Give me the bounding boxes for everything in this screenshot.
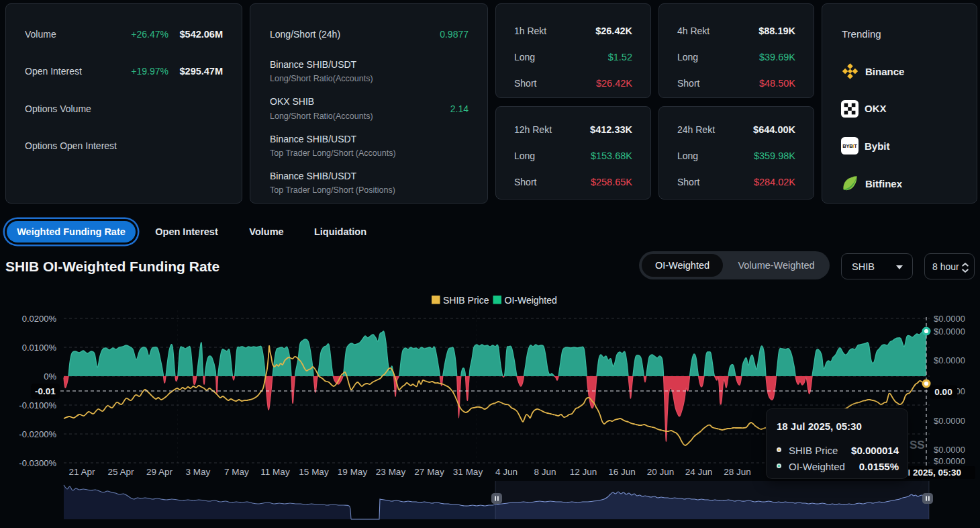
svg-text:-0.0100%: -0.0100% bbox=[19, 400, 56, 410]
svg-text:SS: SS bbox=[910, 439, 925, 451]
svg-text:27 May: 27 May bbox=[414, 467, 444, 477]
svg-text:BYBIT: BYBIT bbox=[842, 143, 857, 149]
svg-text:0.0200%: 0.0200% bbox=[22, 314, 57, 324]
svg-text:7 May: 7 May bbox=[224, 467, 249, 477]
svg-text:$0.0000: $0.0000 bbox=[934, 416, 965, 426]
svg-text:$0.0000: $0.0000 bbox=[934, 445, 965, 455]
svg-text:28 Jun: 28 Jun bbox=[724, 467, 751, 477]
svg-text:16 Jun: 16 Jun bbox=[608, 467, 636, 477]
svg-text:OI-Weighted: OI-Weighted bbox=[505, 295, 557, 306]
svg-text:15 May: 15 May bbox=[299, 467, 329, 477]
svg-text:31 May: 31 May bbox=[453, 467, 483, 477]
svg-text:$0.0000: $0.0000 bbox=[934, 456, 965, 466]
svg-text:0.00: 0.00 bbox=[934, 387, 952, 397]
svg-text:29 Apr: 29 Apr bbox=[146, 467, 173, 477]
svg-text:-0.0300%: -0.0300% bbox=[19, 458, 56, 468]
svg-text:0%: 0% bbox=[44, 371, 56, 382]
svg-text:0.0100%: 0.0100% bbox=[22, 343, 57, 353]
svg-text:23 May: 23 May bbox=[376, 467, 406, 477]
svg-text:-0.0200%: -0.0200% bbox=[19, 429, 56, 439]
svg-text:24 Jun: 24 Jun bbox=[685, 467, 713, 477]
svg-text:11 May: 11 May bbox=[260, 467, 290, 477]
svg-text:SHIB Price: SHIB Price bbox=[443, 295, 489, 306]
svg-text:19 May: 19 May bbox=[338, 467, 368, 477]
svg-text:$0.0000: $0.0000 bbox=[934, 326, 965, 337]
svg-text:8 Jun: 8 Jun bbox=[534, 467, 556, 477]
svg-text:$0.0000: $0.0000 bbox=[934, 314, 965, 324]
svg-text:25 Apr: 25 Apr bbox=[107, 467, 134, 477]
svg-text:4 Jun: 4 Jun bbox=[495, 467, 518, 477]
svg-text:21 Apr: 21 Apr bbox=[68, 467, 95, 477]
svg-text:$0.0000: $0.0000 bbox=[934, 355, 965, 365]
svg-text:20 Jun: 20 Jun bbox=[647, 467, 675, 477]
svg-text:-0.01: -0.01 bbox=[35, 386, 56, 396]
svg-text:3 May: 3 May bbox=[186, 467, 211, 477]
svg-text:12 Jun: 12 Jun bbox=[570, 467, 597, 477]
